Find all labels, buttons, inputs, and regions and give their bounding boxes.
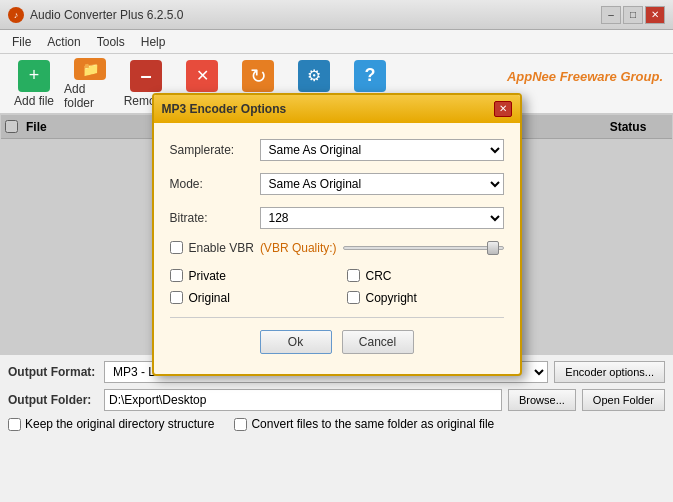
convert-icon: ↻ xyxy=(242,60,274,92)
add-file-button[interactable]: + Add file xyxy=(8,58,60,110)
crc-label: CRC xyxy=(366,269,392,283)
bitrate-select[interactable]: 32404856 648096112 128160192 224256320 xyxy=(260,207,504,229)
menu-bar: File Action Tools Help xyxy=(0,30,673,54)
convert-same-row: Convert files to the same folder as orig… xyxy=(234,417,494,431)
ok-button[interactable]: Ok xyxy=(260,330,332,354)
menu-help[interactable]: Help xyxy=(133,32,174,52)
remove-icon: – xyxy=(130,60,162,92)
keep-dir-row: Keep the original directory structure xyxy=(8,417,214,431)
private-checkbox[interactable] xyxy=(170,269,183,282)
checkboxes-area: Private Original CRC xyxy=(170,269,504,305)
vbr-slider-thumb[interactable] xyxy=(487,241,499,255)
copyright-label: Copyright xyxy=(366,291,417,305)
vbr-quality-label: (VBR Quality:) xyxy=(260,241,337,255)
convert-same-checkbox[interactable] xyxy=(234,418,247,431)
keep-dir-label: Keep the original directory structure xyxy=(25,417,214,431)
output-folder-row: Output Folder: Browse... Open Folder xyxy=(8,389,665,411)
help-icon: ? xyxy=(354,60,386,92)
output-format-label: Output Format: xyxy=(8,365,98,379)
vbr-checkbox[interactable] xyxy=(170,241,183,254)
dialog-body: Samplerate: Same As Original 8000 11025 … xyxy=(154,123,520,374)
app-icon: ♪ xyxy=(8,7,24,23)
mode-select[interactable]: Same As Original Stereo Joint Stereo Mon… xyxy=(260,173,504,195)
dialog-title: MP3 Encoder Options xyxy=(162,102,287,116)
crc-row: CRC xyxy=(347,269,504,283)
clear-icon: ✕ xyxy=(186,60,218,92)
vbr-row: Enable VBR (VBR Quality:) xyxy=(170,241,504,255)
private-row: Private xyxy=(170,269,327,283)
open-folder-button[interactable]: Open Folder xyxy=(582,389,665,411)
add-folder-button[interactable]: 📁 Add folder xyxy=(64,58,116,110)
window-controls: – □ ✕ xyxy=(601,6,665,24)
original-row: Original xyxy=(170,291,327,305)
minimize-button[interactable]: – xyxy=(601,6,621,24)
appnee-brand: AppNee Freeware Group. xyxy=(507,69,663,84)
samplerate-select[interactable]: Same As Original 8000 11025 22050 44100 … xyxy=(260,139,504,161)
restore-button[interactable]: □ xyxy=(623,6,643,24)
file-list-area: File Status MP3 Encoder Options ✕ Sample… xyxy=(0,114,673,354)
cancel-button[interactable]: Cancel xyxy=(342,330,414,354)
private-label: Private xyxy=(189,269,226,283)
convert-same-label: Convert files to the same folder as orig… xyxy=(251,417,494,431)
samplerate-row: Samplerate: Same As Original 8000 11025 … xyxy=(170,139,504,161)
crc-checkbox[interactable] xyxy=(347,269,360,282)
dialog-overlay: MP3 Encoder Options ✕ Samplerate: Same A… xyxy=(1,115,672,353)
bitrate-label: Bitrate: xyxy=(170,211,260,225)
window-title: Audio Converter Plus 6.2.5.0 xyxy=(30,8,183,22)
copyright-row: Copyright xyxy=(347,291,504,305)
menu-file[interactable]: File xyxy=(4,32,39,52)
output-folder-input[interactable] xyxy=(104,389,502,411)
keep-dir-checkbox[interactable] xyxy=(8,418,21,431)
dialog-buttons: Ok Cancel xyxy=(170,330,504,358)
mode-label: Mode: xyxy=(170,177,260,191)
add-folder-icon: 📁 xyxy=(74,58,106,80)
right-checkboxes: CRC Copyright xyxy=(347,269,504,305)
output-folder-label: Output Folder: xyxy=(8,393,98,407)
bitrate-row: Bitrate: 32404856 648096112 128160192 22… xyxy=(170,207,504,229)
original-checkbox[interactable] xyxy=(170,291,183,304)
mode-row: Mode: Same As Original Stereo Joint Ster… xyxy=(170,173,504,195)
add-file-icon: + xyxy=(18,60,50,92)
original-label: Original xyxy=(189,291,230,305)
dialog-divider xyxy=(170,317,504,318)
dialog-title-bar: MP3 Encoder Options ✕ xyxy=(154,95,520,123)
left-checkboxes: Private Original xyxy=(170,269,327,305)
add-file-label: Add file xyxy=(14,94,54,108)
bottom-checkboxes: Keep the original directory structure Co… xyxy=(8,417,665,431)
menu-tools[interactable]: Tools xyxy=(89,32,133,52)
encoder-options-button[interactable]: Encoder options... xyxy=(554,361,665,383)
title-bar: ♪ Audio Converter Plus 6.2.5.0 – □ ✕ xyxy=(0,0,673,30)
add-folder-label: Add folder xyxy=(64,82,116,110)
copyright-checkbox[interactable] xyxy=(347,291,360,304)
mp3-encoder-dialog: MP3 Encoder Options ✕ Samplerate: Same A… xyxy=(152,93,522,376)
settings-icon: ⚙ xyxy=(298,60,330,92)
vbr-slider-track xyxy=(343,246,504,250)
vbr-label: Enable VBR xyxy=(189,241,254,255)
menu-action[interactable]: Action xyxy=(39,32,88,52)
dialog-close-button[interactable]: ✕ xyxy=(494,101,512,117)
samplerate-label: Samplerate: xyxy=(170,143,260,157)
browse-button[interactable]: Browse... xyxy=(508,389,576,411)
close-button[interactable]: ✕ xyxy=(645,6,665,24)
